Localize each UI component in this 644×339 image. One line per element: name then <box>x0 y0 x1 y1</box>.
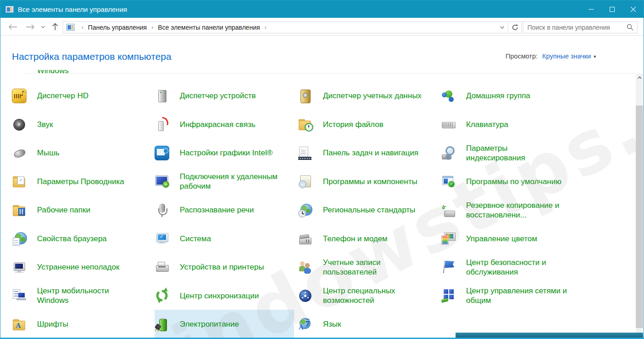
item-language[interactable]: Язык <box>298 310 437 338</box>
item-hd-audio-manager[interactable]: Диспетчер HD <box>12 81 151 110</box>
item-label: Электропитание <box>180 319 239 329</box>
item-label: Программы по умолчанию <box>466 177 562 186</box>
item-fonts[interactable]: Шрифты <box>12 310 151 338</box>
item-programs-features[interactable]: Программы и компоненты <box>298 167 437 196</box>
recent-pages-chevron[interactable] <box>39 21 47 33</box>
item-label: Язык <box>323 319 341 329</box>
item-system[interactable]: Система <box>155 224 294 253</box>
item-mouse[interactable]: Мышь <box>12 138 151 167</box>
item-keyboard[interactable]: Клавиатура <box>441 110 580 139</box>
item-label: Учетные записи пользователей <box>323 258 424 277</box>
item-intel-graphics[interactable]: Настройки графики Intel® <box>155 138 294 167</box>
item-security-center[interactable]: Центр безопасности и обслуживания <box>441 253 580 281</box>
item-label: Центр управления сетями и общим <box>466 286 568 305</box>
search-input[interactable] <box>523 24 627 31</box>
refresh-button[interactable] <box>508 21 521 33</box>
credential-manager-icon <box>298 89 312 103</box>
item-homegroup[interactable]: Домашняя группа <box>441 81 580 110</box>
chevron-right-icon: › <box>77 24 87 31</box>
item-credential-manager[interactable]: Диспетчер учетных данных <box>298 81 437 110</box>
item-label: Параметры Проводника <box>37 177 124 186</box>
item-label: Свойства браузера <box>37 234 107 244</box>
infrared-icon <box>155 117 169 132</box>
item-speech[interactable]: Распознавание речи <box>155 196 294 224</box>
up-button[interactable] <box>49 21 61 33</box>
address-dropdown-chevron[interactable] <box>497 21 508 33</box>
item-label: Звук <box>37 120 53 129</box>
item-color-management[interactable]: Управление цветом <box>441 224 580 253</box>
item-region[interactable]: Региональные стандарты <box>298 196 437 224</box>
partial-item-label[interactable]: Windows <box>37 70 69 75</box>
item-default-programs[interactable]: Программы по умолчанию <box>441 167 580 196</box>
item-label: Настройки графики Intel® <box>180 148 273 158</box>
vertical-scrollbar[interactable] <box>636 74 643 333</box>
item-label: Подключения к удаленным рабочим <box>180 172 281 191</box>
item-internet-options[interactable]: Свойства браузера <box>12 224 151 253</box>
close-button[interactable] <box>623 0 644 18</box>
internet-options-icon <box>12 231 27 246</box>
item-backup[interactable]: Резервное копирование и восстановлени... <box>441 196 580 224</box>
content-viewport: Windows Диспетчер HD Диспетчер устройств… <box>1 70 635 338</box>
scroll-up-button[interactable] <box>636 74 643 81</box>
hd-audio-manager-icon <box>12 89 27 103</box>
maximize-button[interactable] <box>601 0 623 18</box>
breadcrumb-root-icon[interactable] <box>66 24 75 31</box>
page-title: Настройка параметров компьютера <box>12 51 172 62</box>
item-label: Управление цветом <box>466 234 537 244</box>
item-label: Домашняя группа <box>466 91 530 101</box>
item-file-history[interactable]: История файлов <box>298 110 437 139</box>
region-icon <box>298 203 312 217</box>
item-work-folders[interactable]: Рабочие папки <box>12 196 151 224</box>
item-label: Шрифты <box>37 319 68 329</box>
search-icon[interactable] <box>627 24 633 31</box>
caret-down-icon[interactable]: ▾ <box>594 54 596 59</box>
file-history-icon <box>298 117 312 132</box>
sync-center-icon <box>155 288 169 303</box>
item-power[interactable]: Электропитание <box>155 310 294 338</box>
breadcrumb-item-control-panel[interactable]: Панель управления <box>87 24 147 31</box>
indexing-icon <box>441 146 456 160</box>
remote-desktop-icon <box>155 174 169 189</box>
item-label: Диспетчер устройств <box>180 91 256 101</box>
item-label: Панель задач и навигация <box>323 148 419 158</box>
item-sound[interactable]: Звук <box>12 110 151 139</box>
item-infrared[interactable]: Инфракрасная связь <box>155 110 294 139</box>
item-mobility-center[interactable]: Центр мобильности Windows <box>12 281 151 310</box>
fonts-icon <box>12 317 27 332</box>
keyboard-icon <box>441 117 456 132</box>
search-box[interactable] <box>523 21 638 33</box>
breadcrumb-item-all-items[interactable]: Все элементы панели управления <box>157 24 260 31</box>
address-bar[interactable]: › Панель управления › Все элементы панел… <box>63 21 522 33</box>
view-label: Просмотр: <box>505 53 537 60</box>
control-panel-window: Все элементы панели управления <box>0 0 644 339</box>
item-label: Клавиатура <box>466 120 508 129</box>
toolbar: › Панель управления › Все элементы панел… <box>0 18 644 36</box>
item-user-accounts[interactable]: Учетные записи пользователей <box>298 253 437 281</box>
item-sync-center[interactable]: Центр синхронизации <box>155 281 294 310</box>
view-value-link[interactable]: Крупные значки <box>542 53 591 60</box>
forward-button[interactable] <box>24 21 36 33</box>
ease-of-access-icon <box>298 288 312 303</box>
device-manager-icon <box>155 89 169 103</box>
item-label: Диспетчер HD <box>37 91 88 101</box>
item-device-manager[interactable]: Диспетчер устройств <box>155 81 294 110</box>
scroll-thumb[interactable] <box>636 106 643 328</box>
item-label: Центр мобильности Windows <box>37 286 139 305</box>
divider <box>26 73 635 74</box>
item-label: Мышь <box>37 148 59 158</box>
item-remote-desktop[interactable]: Подключения к удаленным рабочим <box>155 167 294 196</box>
item-devices-printers[interactable]: Устройства и принтеры <box>155 253 294 281</box>
item-label: Программы и компоненты <box>323 177 417 186</box>
item-phone-modem[interactable]: Телефон и модем <box>298 224 437 253</box>
item-troubleshooting[interactable]: Устранение неполадок <box>12 253 151 281</box>
item-indexing[interactable]: Параметры индексирования <box>441 138 580 167</box>
item-label: Резервное копирование и восстановлени... <box>466 201 568 220</box>
item-label: Распознавание речи <box>180 205 254 215</box>
item-network-center[interactable]: Центр управления сетями и общим <box>441 281 580 310</box>
item-explorer-options[interactable]: Параметры Проводника <box>12 167 151 196</box>
minimize-button[interactable] <box>580 0 601 18</box>
item-label: Центр безопасности и обслуживания <box>466 258 568 277</box>
back-button[interactable] <box>7 21 19 33</box>
item-ease-of-access[interactable]: Центр специальных возможностей <box>298 281 437 310</box>
item-taskbar[interactable]: Панель задач и навигация <box>298 138 437 167</box>
